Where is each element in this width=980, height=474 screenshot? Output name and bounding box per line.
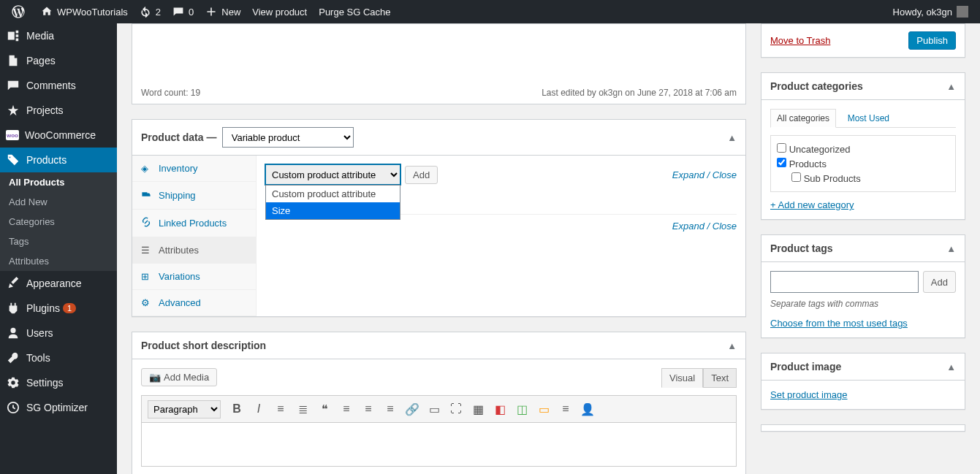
sidebar-item-comments[interactable]: Comments: [0, 73, 117, 98]
tab-linked-products[interactable]: Linked Products: [132, 210, 256, 237]
submenu-tags[interactable]: Tags: [0, 232, 117, 251]
product-data-title: Product data: [141, 131, 204, 143]
short-description-editor[interactable]: [141, 423, 737, 467]
site-name: WPWooTutorials: [57, 7, 128, 18]
product-data-header[interactable]: Product data — Variable product ▲: [132, 120, 745, 156]
product-image-header[interactable]: Product image ▲: [761, 353, 965, 381]
blockquote-button[interactable]: ❝: [314, 399, 335, 419]
howdy-text: Howdy, ok3gn: [893, 7, 952, 18]
my-account[interactable]: Howdy, ok3gn: [887, 0, 974, 23]
toolbar-toggle-button[interactable]: ▦: [468, 399, 488, 419]
submenu-all-products[interactable]: All Products: [0, 172, 117, 192]
shortcode-button-4[interactable]: ≡: [555, 399, 576, 419]
sidebar-item-plugins[interactable]: Plugins1: [0, 296, 117, 321]
site-name-link[interactable]: WPWooTutorials: [35, 0, 134, 23]
insert-more-button[interactable]: ▭: [424, 399, 444, 419]
align-right-button[interactable]: ≡: [380, 399, 400, 419]
media-icon: [6, 28, 20, 43]
submenu-categories[interactable]: Categories: [0, 212, 117, 232]
dropdown-option-custom[interactable]: Custom product attribute: [266, 186, 400, 202]
wp-logo[interactable]: [6, 0, 35, 23]
tab-advanced[interactable]: ⚙Advanced: [132, 290, 256, 316]
product-type-select[interactable]: Variable product: [222, 127, 354, 148]
comments-icon: [6, 78, 20, 93]
sidebar-item-media[interactable]: Media: [0, 23, 117, 48]
bullet-list-button[interactable]: ≡: [270, 399, 291, 419]
product-categories-header[interactable]: Product categories ▲: [761, 73, 965, 100]
tab-shipping[interactable]: Shipping: [132, 182, 256, 210]
toggle-icon[interactable]: ▲: [946, 81, 956, 92]
submenu-add-new[interactable]: Add New: [0, 192, 117, 212]
admin-sidebar: Media Pages Comments Projects wooWooComm…: [0, 23, 117, 474]
attribute-select[interactable]: Custom product attribute: [265, 164, 400, 185]
editor-tab-text[interactable]: Text: [703, 368, 737, 388]
format-select[interactable]: Paragraph: [148, 400, 221, 418]
sidebar-item-users[interactable]: Users: [0, 321, 117, 345]
view-product-link[interactable]: View product: [246, 0, 313, 23]
sidebar-item-sg-optimizer[interactable]: SG Optimizer: [0, 395, 117, 420]
italic-button[interactable]: I: [248, 399, 269, 419]
sidebar-item-pages[interactable]: Pages: [0, 48, 117, 73]
sidebar-item-projects[interactable]: Projects: [0, 98, 117, 123]
product-tags-header[interactable]: Product tags ▲: [761, 235, 965, 262]
link-icon: [141, 217, 153, 229]
sidebar-item-woocommerce[interactable]: wooWooCommerce: [0, 123, 117, 148]
tab-inventory[interactable]: ◈Inventory: [132, 156, 256, 182]
submenu-attributes[interactable]: Attributes: [0, 251, 117, 271]
numbered-list-button[interactable]: ≣: [292, 399, 313, 419]
comments-count: 0: [189, 7, 194, 18]
category-products[interactable]: Products: [777, 156, 949, 171]
expand-close-link-2[interactable]: Expand / Close: [672, 221, 737, 239]
toggle-icon[interactable]: ▲: [727, 340, 737, 351]
plugins-badge: 1: [63, 303, 76, 313]
comments-link[interactable]: 0: [167, 0, 200, 23]
category-checkbox-products[interactable]: [777, 158, 786, 167]
updates-count: 2: [156, 7, 161, 18]
category-sub-products[interactable]: Sub Products: [791, 171, 949, 186]
add-attribute-button[interactable]: Add: [405, 166, 438, 184]
tab-variations[interactable]: ⊞Variations: [132, 264, 256, 290]
editor-tab-visual[interactable]: Visual: [661, 368, 703, 388]
purge-cache-link[interactable]: Purge SG Cache: [313, 0, 396, 23]
shortcode-button-3[interactable]: ▭: [533, 399, 554, 419]
category-tab-most-used[interactable]: Most Used: [842, 110, 895, 127]
editor-status-bar: Word count: 19 Last edited by ok3gn on J…: [132, 82, 746, 104]
toggle-icon[interactable]: ▲: [946, 243, 956, 254]
expand-close-link-1[interactable]: Expand / Close: [672, 169, 737, 180]
shortcode-button-5[interactable]: 👤: [577, 399, 598, 419]
toggle-icon[interactable]: ▲: [946, 362, 956, 372]
fullscreen-button[interactable]: ⛶: [446, 399, 466, 419]
align-center-button[interactable]: ≡: [358, 399, 379, 419]
toggle-icon[interactable]: ▲: [727, 132, 737, 143]
wordpress-icon: [12, 5, 25, 18]
tab-attributes[interactable]: ☰Attributes: [132, 237, 256, 264]
dropdown-option-size[interactable]: Size: [266, 202, 400, 219]
add-tag-button[interactable]: Add: [923, 271, 956, 293]
choose-used-tags-link[interactable]: Choose from the most used tags: [770, 318, 908, 329]
tags-input[interactable]: [770, 271, 919, 293]
add-new-category-link[interactable]: + Add new category: [770, 199, 854, 210]
sidebar-item-settings[interactable]: Settings: [0, 370, 117, 395]
sidebar-item-tools[interactable]: Tools: [0, 345, 117, 370]
sidebar-item-products[interactable]: Products: [0, 148, 117, 172]
short-description-header[interactable]: Product short description ▲: [132, 332, 745, 359]
updates-link[interactable]: 2: [134, 0, 167, 23]
move-to-trash-link[interactable]: Move to Trash: [770, 35, 830, 46]
add-media-button[interactable]: 📷Add Media: [141, 368, 217, 386]
short-description-title: Product short description: [141, 340, 266, 351]
set-product-image-link[interactable]: Set product image: [770, 389, 848, 400]
category-checkbox-sub-products[interactable]: [791, 172, 801, 182]
new-content-link[interactable]: New: [200, 0, 246, 23]
category-tab-all[interactable]: All categories: [770, 109, 836, 128]
shortcode-button-2[interactable]: ◫: [512, 399, 532, 419]
shortcode-button-1[interactable]: ◧: [490, 399, 510, 419]
main-editor-body[interactable]: [132, 23, 746, 82]
sidebar-item-appearance[interactable]: Appearance: [0, 271, 117, 296]
new-label: New: [221, 7, 240, 18]
publish-button[interactable]: Publish: [908, 31, 956, 50]
link-button[interactable]: 🔗: [402, 399, 422, 419]
align-left-button[interactable]: ≡: [336, 399, 357, 419]
bold-button[interactable]: B: [227, 399, 247, 419]
category-checkbox-uncategorized[interactable]: [777, 143, 786, 153]
category-uncategorized[interactable]: Uncategorized: [777, 142, 949, 156]
